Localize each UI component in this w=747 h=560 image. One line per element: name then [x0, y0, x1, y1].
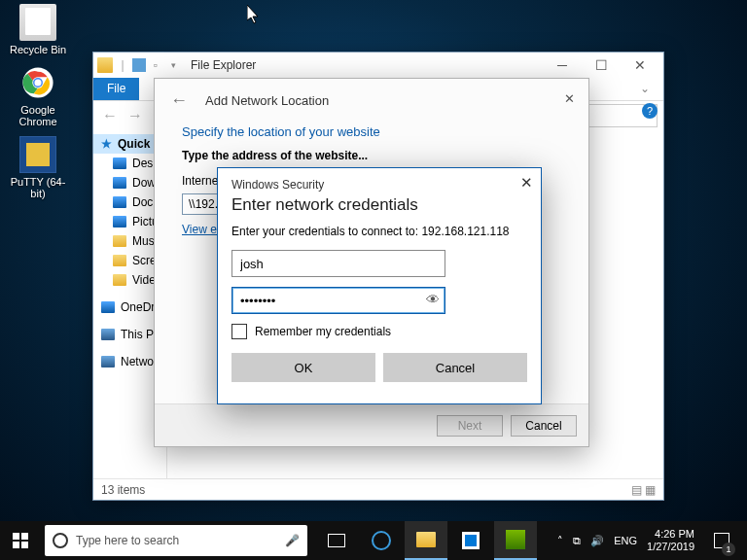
ribbon-collapse-icon[interactable]: ⌄: [626, 78, 663, 100]
mic-icon[interactable]: 🎤: [285, 534, 300, 547]
wizard-subtitle: Specify the location of your website: [182, 124, 561, 139]
help-icon[interactable]: ?: [642, 103, 658, 119]
wizard-title: Add Network Location: [205, 93, 329, 108]
ribbon-file-tab[interactable]: File: [93, 78, 139, 100]
desktop-icon-label: Recycle Bin: [10, 44, 66, 55]
language-indicator[interactable]: ENG: [614, 535, 637, 546]
folder-icon: [113, 196, 126, 208]
folder-icon: [416, 532, 436, 547]
checkbox-label: Remember my credentials: [255, 325, 391, 338]
network-icon: [101, 356, 115, 368]
cloud-icon: [101, 301, 115, 313]
cancel-button[interactable]: Cancel: [383, 353, 527, 382]
qat-separator: |: [115, 57, 130, 73]
folder-icon: [113, 158, 126, 169]
recycle-bin-icon: [19, 4, 56, 41]
cortana-icon: [53, 533, 68, 548]
system-tray: ˄ ⧉ 🔊 ENG 4:26 PM 1/27/2019 1: [550, 521, 747, 560]
taskbar-explorer[interactable]: [405, 521, 447, 560]
taskbar-search[interactable]: Type here to search 🎤: [45, 525, 307, 556]
ok-button[interactable]: OK: [231, 353, 375, 382]
back-button[interactable]: ←: [99, 105, 121, 126]
qat-dropdown-icon[interactable]: ▾: [165, 57, 181, 73]
window-title: File Explorer: [191, 58, 543, 72]
close-button[interactable]: ✕: [520, 174, 533, 192]
taskbar-app[interactable]: [494, 521, 537, 560]
close-button[interactable]: ✕: [621, 53, 659, 77]
username-input[interactable]: [231, 250, 445, 277]
password-input[interactable]: [231, 287, 445, 314]
forward-button[interactable]: →: [124, 105, 146, 126]
wizard-instruction: Type the address of the website...: [182, 149, 561, 162]
cursor-icon: [247, 5, 261, 24]
dialog-heading: Enter network credentials: [231, 195, 527, 215]
task-view-button[interactable]: [315, 521, 358, 560]
clock-time: 4:26 PM: [647, 528, 694, 541]
cancel-button[interactable]: Cancel: [511, 415, 577, 437]
properties-icon[interactable]: [132, 58, 146, 72]
folder-icon: [113, 274, 126, 286]
folder-icon: [113, 255, 126, 266]
desktop-icon-chrome[interactable]: Google Chrome: [4, 64, 72, 127]
windows-icon: [13, 533, 28, 548]
item-count: 13 items: [101, 483, 145, 497]
back-button[interactable]: ←: [170, 90, 188, 111]
view-toggle-icons[interactable]: ▤ ▦: [631, 483, 656, 497]
reveal-password-icon[interactable]: 👁: [426, 292, 440, 307]
desktop-icon-label: PuTTY (64-bit): [4, 176, 72, 199]
chrome-icon: [19, 64, 56, 101]
desktop-icon-putty[interactable]: PuTTY (64-bit): [4, 136, 72, 199]
notification-badge: 1: [722, 542, 735, 556]
svg-rect-5: [13, 542, 19, 548]
svg-rect-4: [21, 533, 28, 540]
dialog-message: Enter your credentials to connect to: 19…: [231, 225, 527, 238]
taskbar-clock[interactable]: 4:26 PM 1/27/2019: [647, 528, 694, 553]
next-button[interactable]: Next: [437, 415, 503, 437]
pc-icon: [101, 329, 115, 340]
new-folder-icon[interactable]: ▫: [148, 57, 163, 73]
svg-rect-3: [13, 533, 19, 540]
explorer-titlebar[interactable]: | ▫ ▾ File Explorer ─ ☐ ✕: [93, 52, 663, 78]
search-placeholder: Type here to search: [76, 534, 179, 547]
close-button[interactable]: ✕: [557, 87, 581, 110]
minimize-button[interactable]: ─: [543, 53, 582, 77]
maximize-button[interactable]: ☐: [582, 53, 621, 77]
folder-icon: [113, 235, 126, 247]
clock-date: 1/27/2019: [647, 541, 694, 553]
remember-checkbox[interactable]: Remember my credentials: [231, 324, 527, 339]
dialog-title: Windows Security: [231, 178, 527, 192]
svg-point-2: [34, 79, 41, 86]
taskbar: Type here to search 🎤 ˄ ⧉ 🔊 ENG 4:26 PM …: [0, 521, 747, 560]
folder-icon: [97, 57, 113, 73]
desktop-icon-label: Google Chrome: [4, 104, 72, 127]
checkbox-icon: [231, 324, 247, 339]
windows-security-dialog: Windows Security ✕ Enter network credent…: [217, 167, 542, 404]
tray-network-icon[interactable]: ⧉: [573, 535, 581, 547]
tray-volume-icon[interactable]: 🔊: [590, 535, 604, 547]
taskbar-edge[interactable]: [360, 521, 403, 560]
tray-overflow-icon[interactable]: ˄: [557, 535, 563, 547]
folder-icon: [113, 216, 126, 228]
taskbar-store[interactable]: [449, 521, 492, 560]
putty-icon: [19, 136, 56, 173]
folder-icon: [113, 177, 126, 189]
desktop-icon-recycle-bin[interactable]: Recycle Bin: [4, 4, 72, 55]
start-button[interactable]: [0, 521, 41, 560]
action-center-button[interactable]: 1: [704, 521, 739, 560]
svg-rect-6: [21, 542, 28, 548]
